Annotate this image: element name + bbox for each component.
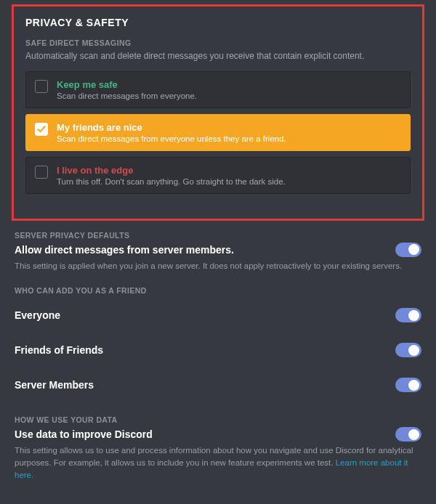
checkbox-icon [35,123,48,136]
checkbox-icon [35,80,48,93]
data-improve-note: This setting allows us to use and proces… [15,444,421,481]
data-use-heading: HOW WE USE YOUR DATA [15,415,421,424]
friend-toggle-fof[interactable] [395,343,421,357]
data-improve-label: Use data to improve Discord [15,428,153,440]
safe-dm-highlight: PRIVACY & SAFETY SAFE DIRECT MESSAGING A… [12,4,424,221]
data-improve-row: Use data to improve Discord [15,427,421,442]
friend-toggle-server-members[interactable] [395,378,421,392]
allow-dm-note: This setting is applied when you join a … [15,260,421,272]
option-friends-nice[interactable]: My friends are nice Scan direct messages… [25,114,411,151]
option-title: Keep me safe [57,79,401,90]
server-privacy-heading: SERVER PRIVACY DEFAULTS [15,231,421,240]
safe-dm-heading: SAFE DIRECT MESSAGING [25,38,411,47]
friend-toggle-everyone[interactable] [395,308,421,322]
option-keep-me-safe[interactable]: Keep me safe Scan direct messages from e… [25,71,411,108]
friend-row-everyone: Everyone [15,298,421,333]
option-title: My friends are nice [57,122,401,133]
safe-dm-desc: Automatically scan and delete direct mes… [25,50,411,62]
allow-dm-toggle[interactable] [395,243,421,257]
option-title: I live on the edge [57,165,401,176]
allow-dm-row: Allow direct messages from server member… [15,243,421,257]
option-sub: Scan direct messages from everyone. [57,92,401,100]
option-live-edge[interactable]: I live on the edge Turn this off. Don't … [25,157,411,194]
friend-row-server-members: Server Members [15,367,421,402]
friend-label: Friends of Friends [15,344,103,356]
page-title: PRIVACY & SAFETY [25,17,411,28]
privacy-settings-page: PRIVACY & SAFETY SAFE DIRECT MESSAGING A… [0,4,436,504]
option-sub: Turn this off. Don't scan anything. Go s… [57,177,401,186]
data-improve-toggle[interactable] [395,427,421,442]
friend-label: Server Members [15,379,94,391]
friend-label: Everyone [15,309,60,321]
allow-dm-label: Allow direct messages from server member… [15,244,234,256]
checkbox-icon [35,166,48,179]
option-sub: Scan direct messages from everyone unles… [57,134,401,143]
friend-add-heading: WHO CAN ADD YOU AS A FRIEND [15,286,421,295]
friend-row-fof: Friends of Friends [15,333,421,367]
